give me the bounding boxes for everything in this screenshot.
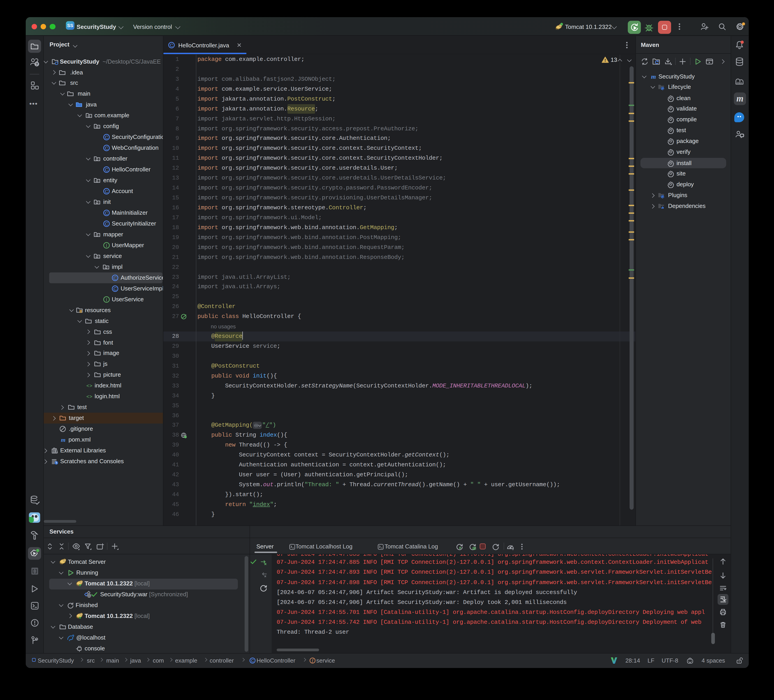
svg-text:I: I (106, 297, 107, 302)
svg-text:C: C (170, 43, 173, 48)
svg-text:C: C (104, 189, 108, 194)
svg-text:C: C (104, 135, 108, 140)
svg-text:C: C (251, 658, 254, 663)
svg-text:C: C (104, 167, 108, 172)
svg-text:m: m (651, 73, 656, 80)
svg-text:<>: <> (86, 395, 92, 400)
svg-text:C: C (104, 210, 108, 216)
svg-text:C: C (104, 221, 108, 226)
svg-text:m: m (61, 437, 65, 443)
svg-text:C: C (104, 145, 108, 151)
svg-text:I: I (106, 243, 107, 248)
svg-text:C: C (113, 286, 117, 291)
svg-text:?: ? (36, 62, 38, 66)
svg-text:f: f (312, 658, 314, 663)
svg-text:<>: <> (86, 384, 92, 389)
svg-text:C: C (113, 275, 117, 280)
